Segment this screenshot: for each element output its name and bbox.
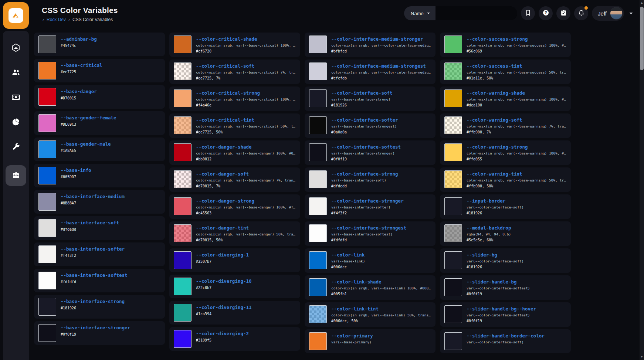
color-variable-card: --color-diverging-2 #3109f5 — [169, 327, 300, 351]
variable-name-link[interactable]: --base-info — [61, 167, 160, 174]
variable-name-link[interactable]: --color-interface-strong — [331, 171, 431, 177]
variable-definition: color-mix(in srgb, var(--color-interface… — [331, 70, 431, 75]
variable-definition: color-mix(in srgb, var(--base-warning) 1… — [467, 97, 566, 102]
variable-hex-value: #0a0a0a — [331, 129, 431, 135]
sidebar-item-admin-tools[interactable] — [6, 140, 26, 154]
wrench-icon — [11, 142, 20, 153]
notifications-button[interactable] — [574, 6, 588, 20]
variable-name-link[interactable]: --base-gender-male — [61, 141, 160, 147]
color-swatch — [309, 89, 327, 107]
variable-hex-value: #0f0f19 — [467, 318, 566, 324]
variable-definition: var(--base-primary) — [331, 340, 431, 345]
color-variable-card: --color-interface-softest var(--base-int… — [305, 140, 435, 165]
variable-name-link[interactable]: --color-danger-strong — [196, 198, 296, 204]
variable-name-link[interactable]: --adminbar-bg — [61, 36, 160, 43]
color-swatch — [309, 143, 327, 161]
variable-name-link[interactable]: --color-interface-softer — [331, 117, 431, 123]
sidebar-item-home[interactable] — [6, 41, 26, 55]
variable-name-link[interactable]: --color-critical-shade — [196, 36, 296, 43]
variable-name-link[interactable]: --color-interface-soft — [331, 90, 431, 96]
sidebar-item-reporting[interactable] — [6, 116, 26, 130]
color-variable-card: --color-critical-strong color-mix(in srg… — [169, 86, 300, 111]
variable-name-link[interactable]: --color-diverging-10 — [196, 278, 296, 285]
variable-name-link[interactable]: --color-critical-strong — [196, 90, 296, 96]
variable-name-link[interactable]: --slider-handle-border-color — [467, 333, 566, 339]
color-variable-card: --base-interface-stronger #0f0f19 — [34, 321, 165, 345]
page-title: CSS Color Variables — [42, 6, 118, 15]
variable-name-link[interactable]: --color-interface-softest — [331, 144, 431, 150]
variable-name-link[interactable]: --color-link-shade — [331, 279, 431, 285]
search-filter-dropdown[interactable]: Name — [404, 6, 435, 20]
variable-hex-value: #e45563 — [196, 210, 296, 216]
variable-name-link[interactable]: --color-diverging-1 — [196, 252, 296, 258]
variable-name-link[interactable]: --slider-handle-bg — [467, 279, 566, 285]
color-swatch — [174, 116, 191, 134]
variable-name-link[interactable]: --color-interface-strongest — [331, 225, 431, 231]
variable-name-link[interactable]: --color-warning-strong — [467, 144, 566, 150]
variable-name-link[interactable]: --color-danger-tint — [196, 225, 296, 231]
help-button[interactable]: ? — [539, 6, 553, 20]
variable-name-link[interactable]: --color-critical-soft — [196, 63, 296, 69]
user-menu[interactable]: Jeff — [592, 6, 624, 21]
variable-name-link[interactable]: --base-interface-strong — [61, 298, 160, 305]
sidebar-item-people[interactable] — [6, 66, 26, 80]
color-swatch — [38, 62, 56, 79]
variable-name-link[interactable]: --color-warning-tint — [467, 171, 566, 177]
checklist-button[interactable] — [556, 6, 570, 20]
variable-name-link[interactable]: --base-interface-softest — [61, 272, 160, 279]
variable-name-link[interactable]: --color-diverging-2 — [196, 330, 296, 337]
variable-name-link[interactable]: --color-diverging-11 — [196, 304, 296, 311]
variable-name-link[interactable]: --color-interface-medium-strongest — [331, 63, 431, 69]
variable-name-link[interactable]: --color-danger-shade — [196, 144, 296, 150]
variable-hex-value: #dfdedd — [61, 227, 160, 232]
app-logo[interactable] — [3, 2, 29, 29]
variable-name-link[interactable]: --slider-bg — [467, 252, 566, 258]
sidebar-item-developer-tools[interactable] — [6, 165, 26, 186]
color-swatch — [38, 140, 56, 158]
color-swatch — [174, 170, 191, 188]
color-variable-card: --base-interface-softer #f4f3f2 — [34, 242, 165, 266]
color-variable-card: --color-warning-tint color-mix(in srgb, … — [440, 167, 571, 192]
variable-name-link[interactable]: --base-interface-softer — [61, 246, 160, 252]
scroll-down-icon[interactable]: ▼ — [640, 355, 644, 359]
variable-name-link[interactable]: --color-primary — [331, 333, 431, 339]
variable-name-link[interactable]: --color-danger-soft — [196, 171, 296, 177]
vertical-scrollbar[interactable]: ▲ ▼ — [640, 0, 644, 360]
variable-name-link[interactable]: --base-danger — [61, 88, 160, 95]
variable-name-link[interactable]: --base-gender-female — [61, 115, 160, 121]
variable-name-link[interactable]: --color-success-strong — [467, 36, 566, 43]
variable-name-link[interactable]: --color-link — [331, 252, 431, 258]
variable-name-link[interactable]: --modal-backdrop — [467, 225, 566, 231]
scrollbar-thumb[interactable] — [640, 7, 644, 70]
variable-name-link[interactable]: --color-success-tint — [467, 63, 566, 69]
variable-name-link[interactable]: --base-interface-medium — [61, 193, 160, 200]
variable-name-link[interactable]: --color-critical-tint — [196, 117, 296, 123]
variable-name-link[interactable]: --color-link-tint — [331, 306, 431, 312]
color-variable-card: --color-interface-stronger var(--base-in… — [305, 194, 435, 219]
variable-name-link[interactable]: --color-interface-medium-stronger — [331, 36, 431, 43]
user-menu-caret[interactable] — [628, 10, 634, 17]
scroll-up-icon[interactable]: ▲ — [640, 1, 644, 5]
variable-definition: color-mix(in srgb, var(--base-link) 100%… — [331, 286, 431, 291]
variable-hex-value: #0f0f19 — [331, 156, 431, 162]
variable-name-link[interactable]: --color-warning-soft — [467, 117, 566, 123]
swatch-column: --color-success-strong color-mix(in srgb… — [440, 33, 571, 353]
color-variable-card: --slider-bg var(--color-interface-soft) … — [440, 248, 571, 273]
color-variable-card: --input-border var(--color-interface-sof… — [440, 194, 571, 219]
variable-hex-value: #ffb900, 50% — [467, 183, 566, 189]
variable-name-link[interactable]: --color-warning-shade — [467, 90, 566, 96]
variable-hex-value: #006dcc, 50% — [331, 318, 431, 324]
color-swatch — [38, 324, 56, 342]
bookmark-button[interactable] — [521, 6, 535, 20]
color-variable-card: --color-interface-soft var(--base-interf… — [305, 86, 435, 111]
breadcrumb-link-parent[interactable]: Rock Dev — [47, 17, 66, 22]
sidebar-item-finance[interactable] — [6, 91, 26, 105]
variable-name-link[interactable]: --input-border — [467, 198, 566, 204]
variable-name-link[interactable]: --base-interface-stronger — [61, 325, 160, 331]
variable-name-link[interactable]: --base-interface-soft — [61, 220, 160, 226]
search-input[interactable] — [435, 6, 517, 20]
variable-name-link[interactable]: --slider-handle-bg--hover — [467, 306, 566, 312]
variable-definition: color-mix(in srgb, var(--base-critical) … — [196, 70, 296, 75]
variable-name-link[interactable]: --base-critical — [61, 62, 160, 69]
variable-name-link[interactable]: --color-interface-stronger — [331, 198, 431, 204]
